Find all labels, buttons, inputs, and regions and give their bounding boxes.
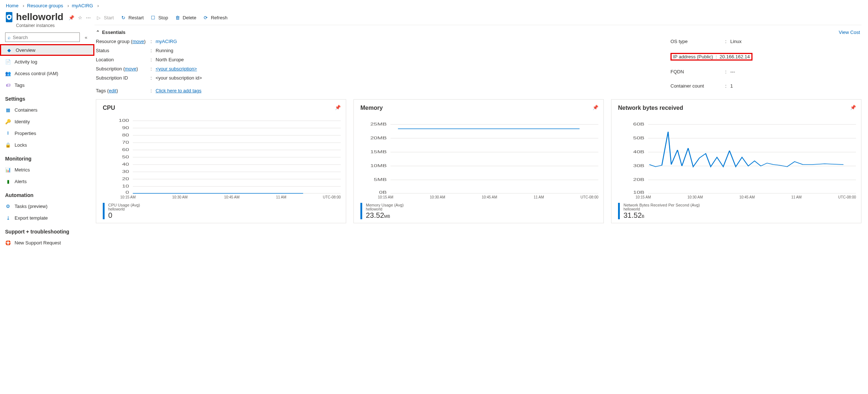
x-axis-labels: 10:15 AM10:30 AM10:45 AM11 AMUTC-08:00 — [103, 195, 341, 199]
legend-metric-name: Network Bytes Received Per Second (Avg) — [623, 203, 700, 207]
sidebar-item-properties[interactable]: ⫴ Properties — [0, 127, 94, 139]
essentials-key: Status — [96, 48, 150, 53]
sidebar-item-tags[interactable]: 🏷 Tags — [0, 79, 94, 91]
tag-icon: 🏷 — [5, 82, 11, 88]
sidebar-item-label: Metrics — [15, 167, 30, 173]
legend-series-name: helloworld — [108, 207, 140, 211]
toolbar-label: Start — [104, 15, 114, 20]
start-button: ▷ Start — [96, 15, 114, 20]
cpu-card: 📌 CPU 100 90 80 70 60 50 40 30 — [96, 99, 346, 223]
play-icon: ▷ — [96, 15, 102, 20]
card-title: Network bytes received — [618, 105, 856, 111]
sidebar-section-automation: Automation — [0, 187, 94, 200]
sidebar-item-tasks[interactable]: ⚙ Tasks (preview) — [0, 200, 94, 212]
move-link[interactable]: move — [132, 39, 144, 44]
sidebar-item-overview[interactable]: ◆ Overview — [0, 44, 94, 56]
sidebar-item-new-support-request[interactable]: 🛟 New Support Request — [0, 237, 94, 248]
os-type-value: Linux — [730, 39, 860, 44]
export-icon: ⤓ — [5, 215, 11, 221]
pin-icon[interactable]: 📌 — [850, 105, 856, 110]
svg-text:10: 10 — [122, 184, 129, 188]
activity-log-icon: 📄 — [5, 59, 11, 65]
delete-button[interactable]: 🗑 Delete — [175, 15, 196, 20]
status-value: Running — [156, 48, 649, 53]
network-chart[interactable]: 60B 50B 40B 30B 20B 10B — [618, 117, 856, 194]
sidebar-search[interactable]: ⌕ — [5, 32, 80, 42]
legend-series-name: helloworld — [366, 207, 404, 211]
card-title: Memory — [360, 105, 598, 111]
essentials-key: Subscription (move) — [96, 66, 150, 72]
chart-legend: CPU Usage (Avg) helloworld 0 — [103, 203, 341, 219]
svg-text:20B: 20B — [633, 178, 645, 182]
svg-text:20MB: 20MB — [370, 136, 387, 140]
containers-icon: ▦ — [5, 107, 11, 113]
restart-button[interactable]: ↻ Restart — [120, 15, 144, 20]
ip-address-row: IP address (Public) : 20.166.162.14 — [670, 53, 860, 61]
toolbar-label: Restart — [128, 15, 144, 20]
sidebar-item-label: Properties — [15, 131, 36, 136]
sidebar-section-monitoring: Monitoring — [0, 151, 94, 164]
legend-color-swatch — [360, 203, 362, 219]
view-cost-link[interactable]: View Cost — [839, 30, 860, 35]
more-icon[interactable]: ⋯ — [86, 15, 91, 20]
sidebar-item-label: Locks — [15, 142, 27, 148]
breadcrumb-resource-groups[interactable]: Resource groups — [27, 3, 63, 8]
sidebar-item-activity-log[interactable]: 📄 Activity log — [0, 56, 94, 67]
memory-chart[interactable]: 25MB 20MB 15MB 10MB 5MB 0B — [360, 117, 598, 194]
svg-text:100: 100 — [119, 119, 129, 123]
pin-icon[interactable]: 📌 — [69, 15, 74, 20]
location-value: North Europe — [156, 57, 649, 62]
breadcrumb-rg-name[interactable]: myACIRG — [72, 3, 93, 8]
sidebar-item-locks[interactable]: 🔒 Locks — [0, 139, 94, 151]
search-input[interactable] — [13, 35, 77, 40]
essentials-key: IP address (Public) — [673, 54, 713, 59]
network-card: 📌 Network bytes received 60B 50B 40B 30B… — [611, 99, 861, 223]
legend-color-swatch — [103, 203, 105, 219]
svg-text:15MB: 15MB — [370, 150, 387, 154]
move-link[interactable]: move — [125, 66, 137, 72]
refresh-button[interactable]: ⟳ Refresh — [203, 15, 228, 20]
collapse-sidebar-icon[interactable]: « — [82, 35, 90, 40]
lock-icon: 🔒 — [5, 142, 11, 148]
pin-icon[interactable]: 📌 — [335, 105, 341, 110]
properties-icon: ⫴ — [5, 130, 11, 136]
stop-button[interactable]: ☐ Stop — [150, 15, 168, 20]
breadcrumb-home[interactable]: Home — [6, 3, 19, 8]
stop-icon: ☐ — [150, 15, 156, 20]
essentials-title: Essentials — [102, 30, 125, 35]
chart-legend: Memory Usage (Avg) helloworld 23.52MB — [360, 203, 598, 219]
sidebar-item-metrics[interactable]: 📊 Metrics — [0, 164, 94, 175]
toolbar-label: Stop — [158, 15, 168, 20]
essentials-panel: Resource group (move) : myACIRG Status :… — [94, 39, 861, 99]
identity-icon: 🔑 — [5, 119, 11, 124]
sidebar-item-containers[interactable]: ▦ Containers — [0, 104, 94, 116]
sidebar-section-support: Support + troubleshooting — [0, 224, 94, 237]
sidebar-item-label: Identity — [15, 119, 30, 124]
svg-text:10MB: 10MB — [370, 164, 387, 168]
sidebar-item-alerts[interactable]: ▮ Alerts — [0, 175, 94, 187]
fqdn-value: --- — [730, 69, 860, 74]
pin-icon[interactable]: 📌 — [593, 105, 598, 110]
restart-icon: ↻ — [120, 15, 126, 20]
sidebar-item-iam[interactable]: 👥 Access control (IAM) — [0, 67, 94, 79]
legend-metric-name: CPU Usage (Avg) — [108, 203, 140, 207]
legend-series-name: helloworld — [623, 207, 700, 211]
support-icon: 🛟 — [5, 240, 11, 246]
resource-group-link[interactable]: myACIRG — [156, 39, 177, 44]
sidebar-item-label: Activity log — [15, 59, 37, 65]
subscription-link[interactable]: <your subscription> — [156, 66, 197, 72]
container-instance-icon — [6, 12, 12, 22]
chevron-right-icon: › — [23, 3, 24, 8]
svg-text:40B: 40B — [633, 150, 645, 154]
cpu-chart[interactable]: 100 90 80 70 60 50 40 30 20 10 0 — [103, 117, 341, 194]
sidebar-item-export-template[interactable]: ⤓ Export template — [0, 212, 94, 224]
sidebar-item-label: New Support Request — [15, 240, 61, 246]
add-tags-link[interactable]: Click here to add tags — [156, 88, 202, 93]
edit-tags-link[interactable]: edit — [109, 88, 116, 93]
sidebar-item-label: Access control (IAM) — [15, 71, 58, 76]
sidebar: helloworld Container instances 📌 ☆ ⋯ ⌕ «… — [0, 11, 94, 256]
sidebar-item-identity[interactable]: 🔑 Identity — [0, 116, 94, 127]
essentials-toggle[interactable]: ⌃ Essentials — [96, 30, 125, 35]
star-icon[interactable]: ☆ — [78, 15, 82, 20]
sidebar-item-label: Containers — [15, 107, 38, 113]
